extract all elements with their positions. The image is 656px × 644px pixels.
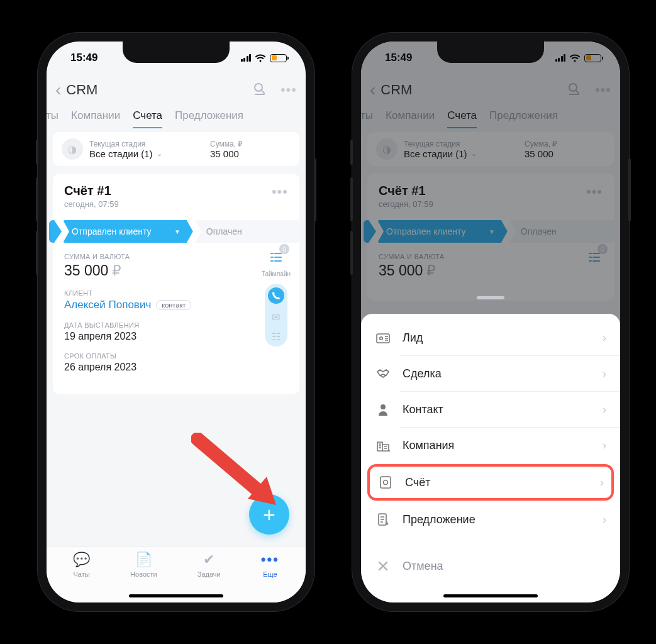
chats-icon: 💬 [73,552,90,568]
navbar: ‹ CRM ••• [47,74,306,106]
sheet-item-contact[interactable]: Контакт › [361,392,620,427]
sum-label: СУММА И ВАЛЮТА [64,253,288,260]
card-subtitle: сегодня, 07:59 [64,199,119,209]
sheet-item-quote[interactable]: Предложение › [361,502,620,537]
chevron-down-icon: ⌄ [157,150,162,158]
stage-next: Оплачен [206,226,242,236]
svg-rect-5 [381,477,391,488]
action-sheet: Лид › Сделка › Контакт › [361,314,620,602]
close-icon [375,560,391,572]
svg-point-6 [384,480,388,485]
chevron-right-icon: › [603,403,606,416]
card-more-icon[interactable]: ••• [272,184,288,209]
chevron-right-icon: › [603,513,606,526]
stage-current: Отправлен клиенту [72,226,152,236]
quick-actions: ✉ ☷ [265,284,287,347]
quote-icon [375,513,391,526]
due-date-value: 26 апреля 2023 [64,362,288,373]
timeline-badge: 0 [279,244,289,254]
back-button[interactable]: ‹ [55,81,61,99]
company-icon [375,439,391,452]
sheet-cancel[interactable]: Отмена [361,548,620,584]
client-tag: контакт [156,300,191,310]
tab-companies[interactable]: Компании [71,109,120,128]
lead-icon [375,332,391,343]
phone-right: 15:49 ‹ CRM ••• акты Компании Счета Пред… [352,33,629,611]
chevron-right-icon: › [603,439,606,452]
invoice-icon [377,475,394,489]
wifi-icon [255,54,266,62]
timeline-icon[interactable]: 0 [265,247,287,268]
filter-sum-value: 35 000 [210,148,291,159]
tab-invoices[interactable]: Счета [133,109,162,128]
stages-icon: ◑ [62,138,83,160]
news-icon: 📄 [135,552,152,568]
chevron-right-icon: › [603,331,606,345]
chevron-right-icon: › [603,367,606,380]
stage-pipeline[interactable]: Отправлен клиенту ▼ Оплачен [49,219,299,244]
tasks-icon: ✔ [203,552,214,568]
status-time: 15:49 [70,52,97,64]
tabbar-chats[interactable]: 💬 Чаты [73,552,90,602]
filter-stage-value: Все стадии (1) [89,148,153,159]
card-title: Счёт #1 [64,184,119,198]
search-icon[interactable] [253,82,267,98]
svg-point-3 [380,337,383,340]
due-date-label: СРОК ОПЛАТЫ [64,352,288,360]
sheet-item-company[interactable]: Компания › [361,428,620,463]
client-link[interactable]: Алексей Попович [64,299,151,311]
timeline-label: Таймлайн [262,270,291,277]
phone-left: 15:49 ‹ CRM ••• акты Компании Счета Пред… [38,33,314,611]
sheet-item-lead[interactable]: Лид › [361,320,620,355]
call-icon[interactable] [268,287,284,304]
tab-quotes[interactable]: Предложения [175,109,243,128]
chat-icon[interactable]: ☷ [272,331,281,343]
tab-contacts[interactable]: акты [47,109,58,128]
issue-date-label: ДАТА ВЫСТАВЛЕНИЯ [64,321,288,329]
client-label: КЛИЕНТ [64,289,288,297]
chevron-down-icon: ▼ [174,228,181,235]
more-dots-icon: ••• [261,552,279,568]
chevron-right-icon: › [600,476,604,489]
section-tabs: акты Компании Счета Предложения [47,106,306,132]
sum-currency: ₽ [112,262,121,279]
battery-icon [270,54,287,62]
svg-point-0 [255,84,262,91]
home-indicator[interactable] [443,594,538,597]
nav-title: CRM [66,82,239,98]
svg-point-4 [381,404,386,409]
home-indicator[interactable] [129,594,223,597]
deal-icon [375,368,391,379]
sheet-item-deal[interactable]: Сделка › [361,356,620,391]
add-fab[interactable]: + [249,494,289,535]
filter-sum-label: Сумма, ₽ [210,140,291,148]
more-icon[interactable]: ••• [281,82,297,98]
invoice-card[interactable]: Счёт #1 сегодня, 07:59 ••• Отправлен кли… [53,174,299,394]
issue-date-value: 19 апреля 2023 [64,331,288,342]
filter-card[interactable]: ◑ Текущая стадия Все стадии (1)⌄ Сумма, … [53,132,299,166]
cellular-icon [241,54,252,62]
filter-stage-label: Текущая стадия [89,140,210,148]
contact-icon [375,403,391,416]
sheet-item-invoice[interactable]: Счёт › [367,464,614,501]
mail-icon[interactable]: ✉ [272,311,280,323]
sum-value: 35 000 [64,262,108,279]
tabbar-more[interactable]: ••• Еще [261,552,279,602]
